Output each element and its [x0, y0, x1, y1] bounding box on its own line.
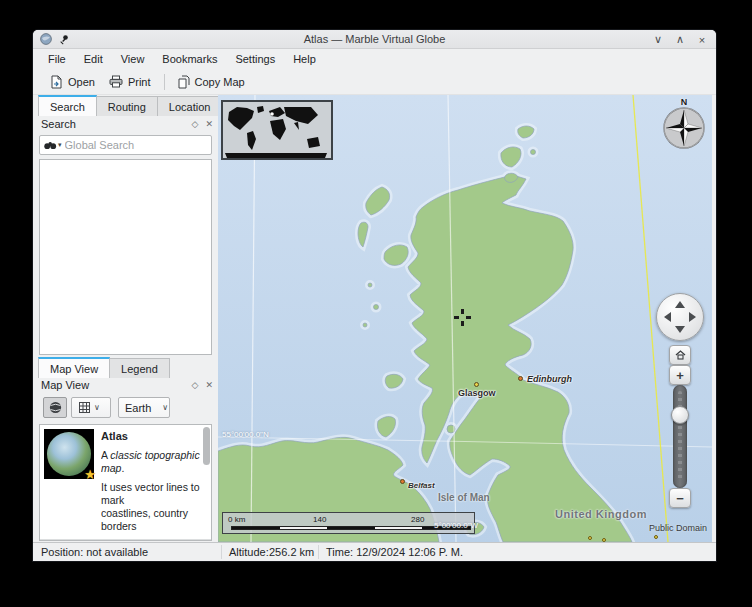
status-time: Time: 12/9/2024 12:06 P. M. — [326, 546, 463, 558]
edinburgh-marker[interactable] — [518, 376, 523, 381]
print-button[interactable]: Print — [102, 72, 158, 91]
scale-start-label: 0 km — [228, 515, 245, 524]
open-file-icon — [50, 75, 63, 89]
settlement-marker[interactable] — [654, 535, 658, 539]
isle-of-man-label: Isle of Man — [438, 492, 490, 503]
compass[interactable]: N — [663, 97, 705, 155]
menu-view[interactable]: View — [112, 51, 154, 67]
titlebar: Atlas — Marble Virtual Globe ∨ ∧ × — [33, 30, 716, 49]
status-altitude-label: Altitude: — [229, 546, 269, 558]
minimize-button[interactable]: ∨ — [652, 33, 664, 46]
open-label: Open — [68, 76, 95, 88]
favorite-star-icon: ★ — [84, 467, 96, 482]
float-panel-icon[interactable]: ◇ — [192, 380, 199, 390]
toolbar-separator — [164, 74, 165, 90]
status-altitude-value: 256.2 km — [269, 546, 314, 558]
theme-item-atlas[interactable]: ★ Atlas A classic topographic map. It us… — [40, 425, 211, 537]
mapview-toolbar: ∨ Earth ∨ — [43, 397, 170, 418]
search-options-caret[interactable]: ▾ — [58, 141, 62, 149]
crosshair-cursor — [454, 309, 471, 326]
pan-down-arrow-icon[interactable] — [675, 326, 685, 333]
zoom-out-button[interactable]: − — [669, 488, 691, 508]
home-icon — [675, 350, 686, 360]
global-search-box: ▾ — [39, 135, 212, 155]
open-button[interactable]: Open — [43, 72, 102, 92]
print-icon — [109, 75, 123, 88]
chevron-down-icon: ∨ — [162, 403, 168, 412]
window-title: Atlas — Marble Virtual Globe — [33, 33, 716, 45]
mapview-tabbar: Map View Legend — [38, 357, 170, 378]
theme-desc-line3: coastlines, country borders — [101, 507, 207, 533]
tab-map-view[interactable]: Map View — [38, 357, 110, 378]
theme-list-scrollbar[interactable] — [203, 427, 210, 465]
glasgow-label: Glasgow — [458, 388, 496, 398]
search-panel-header: Search ◇ ✕ — [41, 118, 213, 130]
zoom-in-button[interactable]: + — [669, 365, 691, 385]
compass-north-label: N — [663, 97, 705, 107]
pan-up-arrow-icon[interactable] — [675, 301, 685, 308]
copy-map-button[interactable]: Copy Map — [171, 72, 252, 92]
marble-window: Atlas — Marble Virtual Globe ∨ ∧ × File … — [33, 30, 716, 561]
pan-right-arrow-icon[interactable] — [689, 312, 696, 322]
menu-bookmarks[interactable]: Bookmarks — [153, 51, 226, 67]
globe-projection-button[interactable] — [43, 397, 67, 418]
copy-icon — [178, 75, 190, 89]
map-theme-list: ★ Atlas A classic topographic map. It us… — [39, 424, 212, 541]
globe-icon — [49, 401, 62, 414]
license-attribution: Public Domain — [649, 523, 707, 533]
belfast-marker[interactable] — [400, 479, 405, 484]
tab-routing[interactable]: Routing — [97, 96, 158, 116]
tab-legend[interactable]: Legend — [110, 358, 170, 378]
latitude-label: 55°00'00.0"N — [222, 430, 269, 439]
theme-desc: A classic topographic map. — [101, 449, 207, 475]
print-label: Print — [128, 76, 151, 88]
search-binoculars-icon — [44, 141, 57, 150]
zoom-slider-track[interactable] — [673, 385, 687, 488]
scale-mid-label: 140 — [313, 515, 326, 524]
menu-file[interactable]: File — [39, 51, 75, 67]
belfast-label: Belfast — [408, 481, 435, 490]
celestial-body-select[interactable]: Earth ∨ — [118, 397, 170, 418]
scale-end-label: 280 — [411, 515, 424, 524]
copy-map-label: Copy Map — [195, 76, 245, 88]
view-mode-button[interactable]: ∨ — [71, 397, 111, 418]
tab-location[interactable]: Location — [158, 96, 223, 116]
close-panel-icon[interactable]: ✕ — [205, 119, 213, 129]
glasgow-marker[interactable] — [474, 382, 479, 387]
home-button[interactable] — [669, 345, 691, 365]
grid-view-icon — [79, 402, 90, 413]
statusbar: Position: not available Altitude: 256.2 … — [33, 542, 716, 561]
search-panel-title: Search — [41, 118, 185, 130]
atlas-thumbnail: ★ — [44, 429, 94, 479]
settlement-marker[interactable] — [588, 536, 592, 540]
search-tabbar: Search Routing Location — [38, 95, 222, 116]
maximize-button[interactable]: ∧ — [674, 33, 686, 46]
menubar: File Edit View Bookmarks Settings Help — [33, 49, 716, 69]
app-globe-icon — [40, 33, 52, 45]
pan-left-arrow-icon[interactable] — [664, 312, 671, 322]
main-toolbar: Open Print Copy Map — [33, 69, 716, 95]
map-viewport[interactable]: 55°00'00.0"N 5°00'00.0"W Glasgow Edinbur… — [218, 95, 712, 542]
celestial-body-value: Earth — [125, 402, 151, 414]
pin-icon[interactable] — [59, 34, 69, 45]
zoom-slider-thumb[interactable] — [671, 406, 689, 424]
theme-name: Atlas — [101, 430, 207, 443]
search-results-list[interactable] — [39, 159, 212, 355]
mapview-panel-title: Map View — [41, 379, 185, 391]
float-panel-icon[interactable]: ◇ — [192, 119, 199, 129]
close-panel-icon[interactable]: ✕ — [205, 380, 213, 390]
theme-desc-line2: It uses vector lines to mark — [101, 481, 207, 507]
search-input[interactable] — [65, 139, 207, 151]
pan-control[interactable] — [656, 293, 704, 341]
tab-search[interactable]: Search — [38, 95, 97, 116]
chevron-down-icon: ∨ — [94, 403, 100, 412]
mapview-panel-header: Map View ◇ ✕ — [41, 379, 213, 391]
overview-map[interactable] — [221, 100, 333, 160]
screenshot-stage: Atlas — Marble Virtual Globe ∨ ∧ × File … — [0, 0, 752, 607]
menu-settings[interactable]: Settings — [226, 51, 284, 67]
edinburgh-label: Edinburgh — [527, 374, 572, 384]
menu-help[interactable]: Help — [284, 51, 325, 67]
menu-edit[interactable]: Edit — [75, 51, 112, 67]
compass-rose-icon — [663, 107, 705, 149]
close-button[interactable]: × — [696, 34, 708, 46]
